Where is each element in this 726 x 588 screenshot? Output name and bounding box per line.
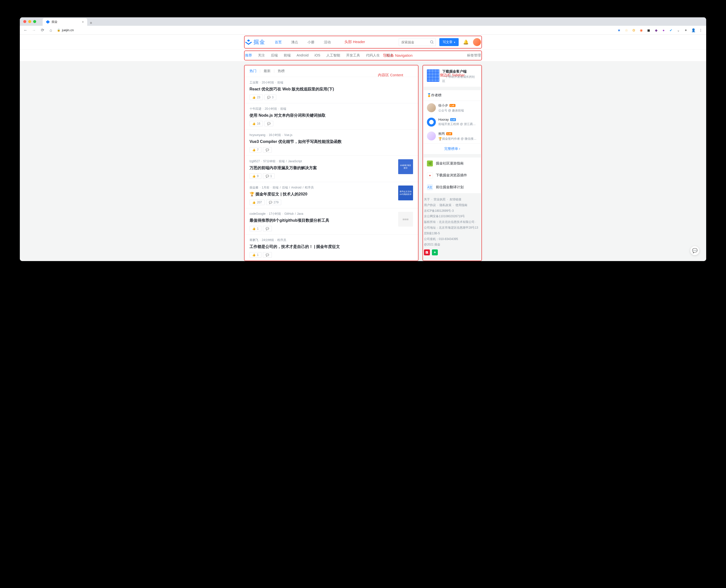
new-tab-button[interactable]: + — [90, 21, 92, 26]
article-title: 万恶的前端内存泄漏及万善的解决方案 — [250, 165, 413, 171]
puzzle-icon[interactable]: ✦ — [684, 28, 688, 32]
author-item[interactable]: Hooray Lv2前端开发工程师 @ 浙江易… — [423, 115, 481, 129]
search-icon[interactable] — [430, 40, 434, 45]
article-item[interactable]: 蒋鹏飞·24分钟前·程序员工作都是公司的，技术才是自己的！ | 掘金年度征文👍1… — [245, 234, 418, 260]
footer-link[interactable]: 使用指南 — [455, 203, 467, 207]
comment-icon: 💬 — [267, 122, 271, 125]
quick-link-label: 前往掘金翻译计划 — [436, 185, 463, 189]
window-minimize-dot[interactable] — [28, 20, 31, 23]
comment-button[interactable]: 💬 — [263, 147, 272, 152]
comment-button[interactable]: 💬 — [263, 226, 272, 231]
logo[interactable]: 掘金 — [245, 38, 265, 46]
sort-tab-2[interactable]: 热榜 — [274, 69, 288, 73]
footer-link[interactable]: 营业执照 — [434, 198, 445, 201]
reload-icon[interactable]: ⟳ — [40, 28, 45, 33]
nav-item-3[interactable]: 活动 — [320, 35, 334, 49]
browser-tab[interactable]: 掘金 × — [43, 18, 87, 26]
category-1[interactable]: 关注 — [258, 53, 265, 58]
full-list-link[interactable]: 完整榜单 › — [423, 143, 481, 154]
url-field[interactable]: 🔒 juejin.cn — [57, 28, 74, 32]
author-name: 徐小夕 Lv5 — [438, 103, 477, 108]
ext-icon[interactable]: ● — [662, 28, 666, 32]
footer-link[interactable]: 关于 — [424, 198, 430, 201]
extension-icons: ★ ☆ ✿ ◉ ◼ ◆ ● ✔ ⌄ ✦ 👤 ⋮ — [617, 28, 703, 32]
ext-icon[interactable]: ✔ — [669, 28, 673, 32]
weibo-icon[interactable]: 微 — [424, 249, 430, 255]
chat-fab[interactable]: 💬 — [690, 246, 699, 255]
wechat-icon[interactable]: ✦ — [432, 249, 438, 255]
category-5[interactable]: iOS — [314, 53, 320, 58]
avatar[interactable] — [473, 38, 481, 46]
quick-link-icon: ● — [427, 172, 433, 178]
quick-link[interactable]: ●下载掘金浏览器插件 — [423, 169, 481, 181]
ext-icon[interactable]: ◼ — [647, 28, 651, 32]
window-close-dot[interactable] — [23, 20, 26, 23]
star-icon[interactable]: ★ — [617, 28, 621, 32]
category-4[interactable]: Android — [296, 53, 309, 58]
nav-item-1[interactable]: 沸点 — [288, 35, 302, 49]
nav-item-2[interactable]: 小册 — [304, 35, 318, 49]
cr2: @2021 掘金 — [424, 242, 480, 248]
category-0[interactable]: 推荐 — [245, 53, 252, 58]
comment-button[interactable]: 💬 — [264, 121, 273, 126]
like-button[interactable]: 👍7 — [250, 147, 262, 152]
menu-icon[interactable]: ⋮ — [699, 28, 703, 32]
like-button[interactable]: 👍1 — [250, 226, 262, 231]
footer-link[interactable]: 隐私政策 — [440, 203, 452, 207]
category-7[interactable]: 开发工具 — [346, 53, 360, 58]
article-item[interactable]: 十年踪迹·20小时前·前端使用 Node.js 对文本内容分词和关键词抽取👍16… — [245, 103, 418, 129]
quick-link[interactable]: A文前往掘金翻译计划 — [423, 181, 481, 193]
write-button[interactable]: 写文章 ▾ — [439, 38, 459, 46]
nav-item-0[interactable]: 首页 — [271, 35, 285, 49]
window-maximize-dot[interactable] — [33, 20, 36, 23]
comment-button[interactable]: 💬1 — [263, 173, 275, 179]
article-thumb: EB前端 项目教学 — [398, 159, 413, 174]
article-thumb: 携号征文活动 20与我的技术 — [398, 186, 413, 201]
back-icon[interactable]: ← — [23, 28, 28, 33]
article-title: 工作都是公司的，技术才是自己的！ | 掘金年度征文 — [250, 244, 413, 250]
category-6[interactable]: 人工智能 — [326, 53, 340, 58]
comment-button[interactable]: 💬279 — [266, 200, 281, 205]
article-item[interactable]: codeGoogle·17小时前·GitHub/Java最值得推荐的8个git/… — [245, 208, 418, 234]
ext-icon[interactable]: ◆ — [654, 28, 658, 32]
article-item[interactable]: 工业聚·20小时前·前端React 优化技巧在 Web 版光线追踪里的应用(下)… — [245, 77, 418, 103]
comment-icon: 💬 — [266, 175, 269, 178]
ext-icon[interactable]: ☆ — [624, 28, 628, 32]
like-button[interactable]: 👍23 — [250, 94, 263, 100]
lock-icon: 🔒 — [57, 28, 60, 32]
footer-link[interactable]: 用户协议 — [424, 203, 436, 207]
notification-icon[interactable]: 🔔 — [463, 39, 469, 45]
forward-icon[interactable]: → — [32, 28, 36, 33]
author-item[interactable]: 敖丙 Lv5🏆掘金签约作者 @ 微信搜… — [423, 129, 481, 143]
ext-icon[interactable]: ✿ — [632, 28, 636, 32]
category-2[interactable]: 后端 — [271, 53, 278, 58]
sort-tab-1[interactable]: 最新 — [260, 69, 274, 73]
like-button[interactable]: 👍16 — [250, 121, 263, 126]
quick-link[interactable]: 🌿掘金社区漫游指南 — [423, 158, 481, 169]
quick-links-card: 🌿掘金社区漫游指南●下载掘金浏览器插件A文前往掘金翻译计划 — [423, 158, 481, 193]
article-item[interactable]: 掘金酱·1月前·前端/后端/Android/程序员🏆 掘金年度征文 | 技术人的… — [245, 182, 418, 208]
category-8[interactable]: 代码人生 — [366, 53, 380, 58]
author-sub: 🏆掘金签约作者 @ 微信搜… — [438, 137, 477, 141]
like-button[interactable]: 👍207 — [250, 200, 265, 205]
author-avatar — [427, 118, 436, 127]
author-item[interactable]: 徐小夕 Lv5公众号 @ 趣谈前端 — [423, 101, 481, 115]
logo-icon — [245, 39, 252, 45]
tag-manager-link[interactable]: 标签管理 — [467, 53, 481, 58]
article-item[interactable]: lzg9527·57分钟前·前端/JavaScript万恶的前端内存泄漏及万善的… — [245, 155, 418, 182]
footer-links: 关于·营业执照·友情链接 用户协议·隐私政策·使用指南 京ICP备1801269… — [423, 197, 481, 255]
like-button[interactable]: 👍9 — [250, 173, 262, 179]
pocket-icon[interactable]: ⌄ — [677, 28, 680, 32]
footer-link[interactable]: 友情链接 — [450, 198, 461, 201]
category-9[interactable]: 阅读 — [386, 53, 393, 58]
ext-icon[interactable]: ◉ — [639, 28, 643, 32]
article-item[interactable]: hcysunyang·16小时前·Vue.jsVue3 Compiler 优化细… — [245, 129, 418, 155]
comment-button[interactable]: 💬3 — [264, 94, 276, 100]
sort-tab-0[interactable]: 热门 — [250, 69, 260, 73]
close-icon[interactable]: × — [82, 20, 84, 24]
comment-button[interactable]: 💬 — [263, 252, 272, 258]
like-button[interactable]: 👍1 — [250, 252, 262, 258]
home-icon[interactable]: ⌂ — [48, 28, 53, 33]
category-3[interactable]: 前端 — [284, 53, 291, 58]
profile-icon[interactable]: 👤 — [691, 28, 695, 32]
